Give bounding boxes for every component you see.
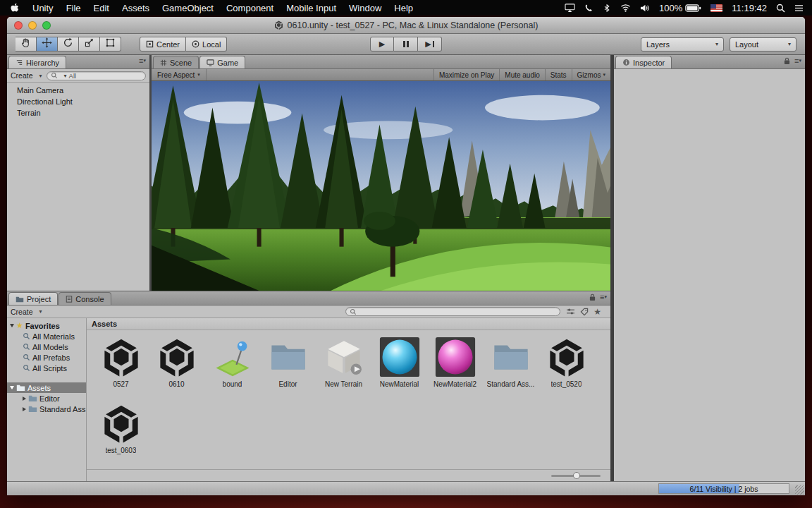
menubar-item-component[interactable]: Component — [220, 3, 280, 13]
panel-menu-icon[interactable]: ≡▾ — [794, 57, 801, 65]
move-tool-button[interactable] — [37, 37, 58, 52]
hierarchy-item-main-camera[interactable]: Main Camera — [7, 85, 149, 96]
display-mirroring-icon[interactable] — [565, 3, 575, 13]
wifi-icon[interactable] — [620, 4, 631, 12]
menubar-item-mobile-input[interactable]: Mobile Input — [280, 3, 343, 13]
game-render-view[interactable] — [152, 81, 610, 291]
menubar-item-file[interactable]: File — [60, 3, 87, 13]
spotlight-icon[interactable] — [776, 4, 785, 13]
hierarchy-item-terrain[interactable]: Terrain — [7, 107, 149, 119]
search-by-type-icon[interactable] — [566, 308, 575, 315]
asset-item-test-0520[interactable]: test_0520 — [539, 334, 594, 401]
hand-tool-button[interactable] — [16, 37, 37, 52]
space-toggle-button[interactable]: Local — [186, 37, 227, 52]
battery-indicator[interactable]: 100% — [659, 3, 701, 13]
apple-menu-icon[interactable] — [10, 3, 19, 13]
layout-dropdown[interactable]: Layout ▾ — [730, 37, 796, 52]
bluetooth-icon[interactable] — [603, 4, 611, 13]
sidebar-item-assets[interactable]: Assets — [7, 382, 86, 393]
favorites-item-all-materials[interactable]: All Materials — [7, 331, 86, 341]
rotate-tool-button[interactable] — [58, 37, 79, 52]
lock-icon[interactable] — [589, 294, 596, 301]
favorites-header[interactable]: ★ Favorites — [7, 320, 86, 331]
expander-icon[interactable] — [23, 407, 26, 411]
folder-icon — [28, 405, 37, 413]
chevron-down-icon: ▾ — [39, 73, 42, 79]
asset-item-0527[interactable]: 0527 — [93, 334, 149, 401]
background-tasks-progress[interactable]: 6/11 Visibility | 2 jobs — [658, 483, 789, 494]
project-search-input[interactable] — [345, 307, 560, 316]
thumbnail-zoom-slider[interactable] — [551, 475, 601, 477]
tab-scene[interactable]: Scene — [153, 56, 199, 68]
favorites-item-all-prefabs[interactable]: All Prefabs — [7, 352, 86, 363]
play-button[interactable]: ▶ — [370, 37, 394, 52]
zoom-button[interactable] — [42, 21, 51, 30]
tab-project[interactable]: Project — [8, 292, 58, 305]
slider-thumb[interactable] — [573, 472, 580, 479]
rect-tool-button[interactable] — [100, 37, 121, 52]
game-option-gizmos[interactable]: Gizmos ▾ — [572, 69, 610, 80]
tab-hierarchy[interactable]: Hierarchy — [8, 56, 66, 68]
favorites-item-all-scripts[interactable]: All Scripts — [7, 363, 86, 373]
expander-icon[interactable] — [10, 324, 14, 327]
expander-icon[interactable] — [10, 386, 14, 389]
game-option-stats[interactable]: Stats — [545, 69, 572, 80]
favorites-list: All Materials All Models All — [7, 331, 86, 373]
tab-console[interactable]: Console — [59, 292, 111, 305]
asset-item-standard-ass[interactable]: Standard Ass... — [483, 334, 539, 401]
notification-list-icon[interactable] — [794, 4, 804, 12]
minimize-button[interactable] — [28, 21, 37, 30]
favorites-item-all-models[interactable]: All Models — [7, 341, 86, 352]
panel-menu-icon[interactable]: ≡▾ — [600, 294, 607, 301]
asset-item-test-0603[interactable]: test_0603 — [93, 401, 149, 467]
favorites-filter-icon[interactable]: ★ — [593, 308, 601, 316]
sidebar-item-editor[interactable]: Editor — [7, 393, 86, 404]
game-option-maximize-on-play[interactable]: Maximize on Play — [433, 69, 499, 80]
asset-item-newmaterial2[interactable]: NewMaterial2 — [427, 334, 483, 401]
menubar-clock[interactable]: 11:19:42 — [732, 3, 767, 13]
input-language-flag-icon[interactable] — [710, 4, 722, 12]
step-button[interactable]: ▶ — [418, 37, 442, 52]
hierarchy-panel: Hierarchy ≡▾ Create▾ ▾ All — [7, 55, 152, 291]
asset-item-editor[interactable]: Editor — [260, 334, 316, 401]
phone-icon[interactable] — [584, 4, 593, 13]
inspector-tabstrip: Inspector ≡▾ — [614, 55, 805, 69]
panel-menu-icon[interactable]: ≡▾ — [139, 57, 146, 65]
asset-item-bound[interactable]: bound — [204, 334, 260, 401]
asset-item-newmaterial[interactable]: NewMaterial — [371, 334, 427, 401]
scale-tool-button[interactable] — [79, 37, 100, 52]
volume-icon[interactable] — [640, 4, 650, 13]
play-icon: ▶ — [379, 40, 385, 49]
menubar-item-unity[interactable]: Unity — [26, 3, 60, 13]
menubar-item-help[interactable]: Help — [388, 3, 419, 13]
asset-item-0610[interactable]: 0610 — [149, 334, 204, 401]
search-by-label-icon[interactable] — [580, 308, 589, 316]
layers-dropdown[interactable]: Layers ▾ — [641, 37, 724, 52]
close-button[interactable] — [14, 21, 23, 30]
game-option-label: Maximize on Play — [439, 71, 494, 79]
bound-icon — [211, 334, 254, 380]
menubar-item-window[interactable]: Window — [343, 3, 388, 13]
hierarchy-search-input[interactable]: ▾ All — [47, 71, 146, 80]
search-filter-icon — [23, 343, 30, 351]
pause-button[interactable] — [394, 37, 418, 52]
tab-game[interactable]: Game — [199, 56, 245, 68]
sidebar-item-standard-ass[interactable]: Standard Ass — [7, 404, 86, 414]
hierarchy-create-button[interactable]: Create▾ — [11, 71, 42, 80]
project-create-button[interactable]: Create▾ — [11, 308, 42, 316]
resize-grip-icon[interactable] — [795, 485, 804, 495]
menubar-item-gameobject[interactable]: GameObject — [156, 3, 220, 13]
menubar-item-assets[interactable]: Assets — [116, 3, 156, 13]
menubar-item-edit[interactable]: Edit — [87, 3, 116, 13]
material-blue-icon — [378, 334, 422, 380]
tab-inspector[interactable]: Inspector — [615, 56, 672, 68]
aspect-dropdown[interactable]: Free Aspect ▾ — [152, 69, 207, 80]
pivot-toggle-button[interactable]: Center — [140, 37, 186, 52]
asset-item-new-terrain[interactable]: New Terrain — [316, 334, 371, 401]
hierarchy-item-directional-light[interactable]: Directional Light — [7, 96, 149, 107]
game-option-mute-audio[interactable]: Mute audio — [499, 69, 544, 80]
expander-icon[interactable] — [23, 397, 26, 401]
lock-icon[interactable] — [784, 57, 790, 65]
hierarchy-tabstrip: Hierarchy ≡▾ — [7, 55, 149, 69]
window-titlebar[interactable]: 0610.unity - test_0527 - PC, Mac & Linux… — [7, 17, 805, 34]
